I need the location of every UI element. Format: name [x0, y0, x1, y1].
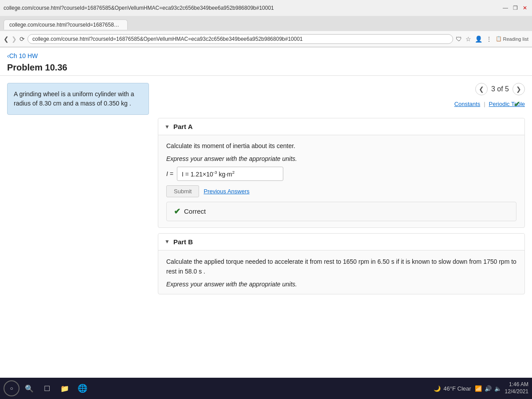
tab-bar: college.com/course.html?courseId=1687658… — [0, 16, 532, 31]
part-a-section: ▼ Part A Calculate its moment of inertia… — [158, 118, 525, 228]
constants-row: Constants | Periodic Table — [158, 101, 525, 107]
start-button[interactable]: ○ — [4, 380, 20, 396]
restore-button[interactable]: ❒ — [512, 4, 519, 12]
part-b-chevron-icon: ▼ — [164, 239, 170, 245]
minimize-button[interactable]: — — [502, 4, 509, 12]
part-b-question: Calculate the applied torque needed to a… — [166, 257, 516, 277]
reading-list-icon: 📋 — [496, 36, 502, 42]
volume-icon: 🔈 — [494, 385, 501, 392]
ch-link[interactable]: ‹Ch 10 HW — [7, 52, 38, 59]
address-bar[interactable]: college.com/course.html?courseId=1687658… — [27, 34, 453, 44]
part-a-answer-box[interactable]: I = 1.21×10-3 kg·m2 — [177, 167, 283, 181]
part-a-question: Calculate its moment of inertia about it… — [166, 141, 516, 151]
reading-list-label: Reading list — [503, 36, 528, 42]
taskbar: ○ 🔍 ☐ 📁 🌐 🌙 46°F Clear 📶 🔊 🔈 1:46 AM 12/… — [0, 378, 532, 399]
active-tab[interactable]: college.com/course.html?courseId=1687658… — [4, 20, 128, 30]
sound-icon: 🔊 — [485, 385, 492, 392]
nav-row: ❮ 3 of 5 ❯ — [158, 83, 525, 95]
solution-panel: ❮ 3 of 5 ❯ Constants | Periodic Table ✔ … — [158, 83, 525, 392]
sys-tray-icons: 📶 🔊 🔈 — [475, 385, 501, 392]
part-a-label: Part A — [173, 123, 193, 130]
part-b-label: Part B — [173, 238, 193, 246]
taskbar-file-explorer-icon[interactable]: 📁 — [57, 380, 73, 396]
taskbar-clock: 1:46 AM 12/4/2021 — [505, 381, 528, 395]
separator: | — [484, 101, 485, 107]
taskbar-time-display: 1:46 AM — [509, 381, 528, 388]
forward-button[interactable]: ❯ — [12, 35, 17, 43]
refresh-button[interactable]: ⟳ — [20, 35, 25, 43]
taskbar-browser-icon[interactable]: 🌐 — [74, 380, 90, 396]
part-a-var-label: I = — [166, 170, 173, 177]
part-a-answer-row: I = I = 1.21×10-3 kg·m2 — [166, 167, 516, 181]
profile-icon[interactable]: 👤 — [475, 35, 482, 43]
browser-toolbar-icons: 🛡 ☆ 👤 ⋮ 📋 Reading list — [456, 35, 528, 43]
previous-problem-button[interactable]: ❮ — [475, 83, 488, 95]
star-icon[interactable]: ☆ — [466, 35, 471, 43]
part-a-previous-answers-link[interactable]: Previous Answers — [203, 188, 249, 195]
title-bar-url: college.com/course.html?courseId=1687658… — [4, 5, 502, 11]
page-header: ‹Ch 10 HW Problem 10.36 — [0, 47, 532, 76]
next-problem-button[interactable]: ❯ — [512, 83, 525, 95]
weather-text: 46°F Clear — [443, 385, 471, 392]
back-button[interactable]: ❮ — [4, 35, 9, 43]
network-icon: 📶 — [475, 385, 482, 392]
part-a-body: Calculate its moment of inertia about it… — [158, 135, 524, 227]
main-area: A grinding wheel is a uniform cylinder w… — [0, 76, 532, 399]
problem-description-text: A grinding wheel is a uniform cylinder w… — [14, 90, 134, 107]
part-a-chevron-icon: ▼ — [164, 124, 170, 130]
part-a-header[interactable]: ▼ Part A — [158, 118, 524, 135]
taskbar-task-view-icon[interactable]: ☐ — [39, 380, 55, 396]
taskbar-date-display: 12/4/2021 — [505, 388, 528, 395]
part-b-express: Express your answer with the appropriate… — [166, 281, 516, 288]
constants-link[interactable]: Constants — [454, 101, 481, 107]
close-button[interactable]: ✕ — [521, 4, 528, 12]
title-bar: college.com/course.html?courseId=1687658… — [0, 0, 532, 16]
part-a-express: Express your answer with the appropriate… — [166, 155, 516, 162]
part-a-submit-row: Submit Previous Answers — [166, 185, 516, 197]
part-a-correct-badge: ✔ Correct — [166, 202, 516, 221]
correct-checkmark-icon: ✔ — [174, 207, 180, 216]
system-tray: 🌙 46°F Clear — [434, 385, 471, 392]
top-right-checkmark: ✔ — [514, 99, 520, 109]
taskbar-right: 🌙 46°F Clear 📶 🔊 🔈 1:46 AM 12/4/2021 — [434, 381, 528, 395]
menu-icon[interactable]: ⋮ — [486, 35, 492, 43]
nav-counter: 3 of 5 — [491, 85, 509, 93]
reading-list-button[interactable]: 📋 Reading list — [496, 36, 528, 42]
problem-description: A grinding wheel is a uniform cylinder w… — [7, 83, 149, 115]
weather-icon: 🌙 — [434, 385, 441, 392]
part-b-section: ▼ Part B Calculate the applied torque ne… — [158, 233, 525, 295]
page-content: ‹Ch 10 HW Problem 10.36 A grinding wheel… — [0, 47, 532, 399]
shield-icon: 🛡 — [456, 35, 462, 43]
part-b-body: Calculate the applied torque needed to a… — [158, 250, 524, 294]
correct-label: Correct — [184, 207, 206, 215]
browser-chrome: college.com/course.html?courseId=1687658… — [0, 0, 532, 47]
problem-title: Problem 10.36 — [7, 63, 525, 73]
part-a-submit-button[interactable]: Submit — [166, 185, 199, 197]
part-b-header[interactable]: ▼ Part B — [158, 234, 524, 250]
address-bar-row: ❮ ❯ ⟳ college.com/course.html?courseId=1… — [0, 31, 532, 47]
taskbar-search-icon[interactable]: 🔍 — [21, 380, 37, 396]
title-bar-controls: — ❒ ✕ — [502, 4, 528, 12]
